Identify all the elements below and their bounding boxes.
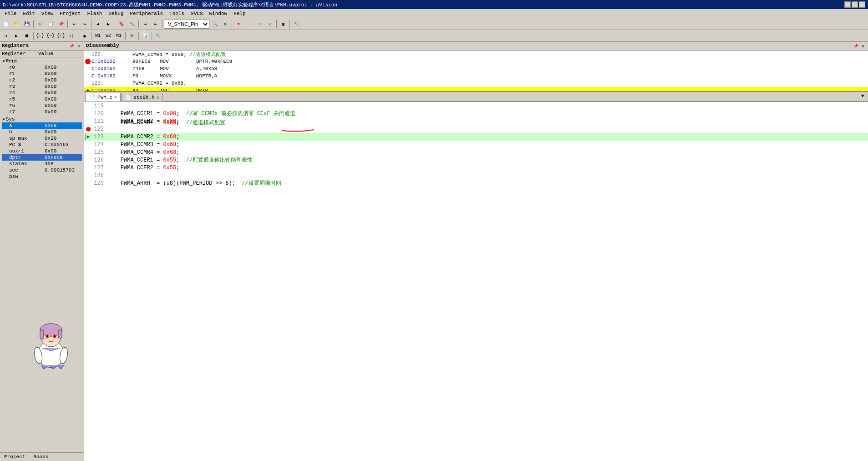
reg-row-a[interactable]: a 0x68 [2, 122, 82, 129]
watch1-button[interactable]: W1 [93, 31, 103, 41]
undo-button[interactable]: ↩ [69, 19, 79, 29]
menu-project[interactable]: Project [57, 10, 83, 17]
target-dropdown[interactable]: V_SYNC_Pin [164, 20, 209, 29]
maximize-button[interactable]: □ [852, 1, 858, 8]
menu-edit[interactable]: Edit [20, 10, 37, 17]
reg-row-psw[interactable]: psw [2, 173, 82, 180]
reg-row-b[interactable]: b 0x00 [2, 129, 82, 135]
step-over-button[interactable]: {→} [46, 31, 56, 41]
project-tab[interactable]: Project [0, 453, 29, 461]
run-to-cursor-button[interactable]: ▷| [66, 31, 76, 41]
build-button[interactable]: 🔨 [127, 19, 137, 29]
bookmark-button[interactable]: 🔖 [117, 19, 127, 29]
code-line-127[interactable]: 127 PWMA_CCER2 = 0x55; [84, 164, 868, 172]
menu-svcs[interactable]: SVCS [188, 10, 205, 17]
step-into-button[interactable]: {↓} [35, 31, 45, 41]
paste-button[interactable]: 📌 [56, 19, 66, 29]
disasm-close-button[interactable]: ✕ [860, 43, 866, 49]
copy-button[interactable]: 📋 [46, 19, 56, 29]
menu-window[interactable]: Window [207, 10, 230, 17]
reg-row-sp_max[interactable]: sp_max 0x20 [2, 135, 82, 142]
code-line-122[interactable]: 122 PWMA_CCMR1 = 0x68; //通道模式配置 [84, 125, 868, 133]
reg-row-auxr1[interactable]: auxr1 0x00 [2, 148, 82, 154]
code-line-129[interactable]: 129 PWMA_ARRH = (u8)(PWM_PERIOD >> 8); /… [84, 179, 868, 187]
reg-row-r0[interactable]: r0 0x00 [2, 64, 82, 71]
debug-run-button[interactable]: ● [233, 19, 244, 29]
reg-row-r5[interactable]: r5 0x00 [2, 96, 82, 102]
tab-stc8h[interactable]: 📄 stc8h.h ✕ [121, 93, 163, 101]
menu-tools[interactable]: Tools [167, 10, 187, 17]
menu-peripherals[interactable]: Peripherals [127, 10, 166, 17]
menu-flash[interactable]: Flash [84, 10, 105, 17]
code-line-128[interactable]: 128 [84, 172, 868, 179]
target-options-button[interactable]: ⚙ [220, 19, 230, 29]
sys-group-label[interactable]: ▼ Sys [2, 116, 82, 122]
new-file-button[interactable]: 📄 [1, 19, 11, 29]
watch2-button[interactable]: W2 [103, 31, 113, 41]
step-out-button[interactable]: {↑} [56, 31, 66, 41]
indent-button[interactable]: ⇥ [140, 19, 150, 29]
menu-file[interactable]: File [2, 10, 19, 17]
breakpoint-button[interactable]: ◉ [80, 31, 90, 41]
nav-back-button[interactable]: ◀ [93, 19, 103, 29]
close-pwmc-tab[interactable]: ✕ [114, 95, 117, 100]
nav-fwd-button[interactable]: ▶ [103, 19, 113, 29]
code-line-126[interactable]: 126 PWMA_CCER1 = 0x55; //配置通道输出使能和极性 [84, 156, 868, 164]
reg-row-states[interactable]: states 458 [2, 161, 82, 167]
outdent-button[interactable]: ⇤ [151, 19, 161, 29]
tab-pwmc[interactable]: 📄 PWM.c ✕ [85, 93, 121, 101]
reg-row-r4[interactable]: r4 0x00 [2, 90, 82, 96]
registers-close-button[interactable]: ✕ [76, 43, 82, 49]
reset-button[interactable]: ↺ [1, 31, 11, 41]
run-button[interactable]: ▶ [11, 31, 21, 41]
code-line-120[interactable]: 120 PWMA_CCER1 = 0x00; //写 CCMRx 前必须先清零 … [84, 110, 868, 117]
debug-options-button[interactable]: ⚐ [265, 19, 275, 29]
reg-row-r7[interactable]: r7 0x00 [2, 109, 82, 115]
debug-circle1-button[interactable]: ○ [244, 19, 254, 29]
disasm-row-0160[interactable]: C:0x0160 7468 MOV A,#0x68 [84, 65, 868, 72]
code-line-119[interactable]: 119 [84, 102, 868, 110]
disassembly-content[interactable]: 122: PWMA_CCMR1 = 0x68; //通道模式配置 C:0x015… [84, 51, 868, 91]
debug-circle2-button[interactable]: ○ [254, 19, 264, 29]
regs-group-label[interactable]: ▼ Regs [2, 58, 82, 64]
menu-debug[interactable]: Debug [106, 10, 126, 17]
open-file-button[interactable]: 📂 [11, 19, 21, 29]
reg-row-r2[interactable]: r2 0x00 [2, 77, 82, 83]
minimize-button[interactable]: — [844, 1, 851, 8]
mem1-button[interactable]: M1 [114, 31, 124, 41]
code-area[interactable]: 119 120 PWMA_CCER1 = 0x00; //写 CCMRx 前必须… [84, 102, 868, 461]
menu-help[interactable]: Help [231, 10, 248, 17]
disasm-row-0162[interactable]: C:0x0162 F0 MOVX @DPTR,A [84, 72, 868, 80]
registers-pin-button[interactable]: 📌 [68, 43, 75, 49]
disasm-row-0163-current[interactable]: ▶ C:0x0163 A3 INC DPTR [84, 87, 868, 91]
regs-group[interactable]: ▼ Regs r0 0x00 r1 0x00 r2 0x00 r3 0x00 [0, 57, 84, 116]
tools-button[interactable]: 🔧 [291, 19, 301, 29]
logic-button[interactable]: ⊞ [127, 31, 137, 41]
disasm-pin-button[interactable]: 📌 [853, 43, 859, 49]
tabs-scroll-right[interactable]: ▼ [861, 93, 867, 101]
menu-view[interactable]: View [39, 10, 56, 17]
code-line-124[interactable]: 124 PWMA_CCMR3 = 0x68; [84, 141, 868, 148]
redo-button[interactable]: ↪ [80, 19, 90, 29]
reg-row-dptr[interactable]: dptr 0xFec8 [2, 154, 82, 161]
reg-row-sec[interactable]: sec 0.00015703 [2, 167, 82, 173]
close-button[interactable]: ✕ [859, 1, 865, 8]
perf-button[interactable]: 📊 [140, 31, 150, 41]
search-button[interactable]: 🔍 [210, 19, 220, 29]
reg-row-r6[interactable]: r6 0x00 [2, 102, 82, 109]
disasm-row-123[interactable]: 123: PWMA_CCMR2 = 0x68; [84, 80, 868, 87]
reg-row-pc[interactable]: PC $ C:0x0163 [2, 142, 82, 148]
stop-button[interactable]: ⏹ [22, 31, 32, 41]
grid-button[interactable]: ▦ [278, 19, 288, 29]
save-button[interactable]: 💾 [22, 19, 32, 29]
code-line-125[interactable]: 125 PWMA_CCMR4 = 0x68; [84, 148, 868, 156]
disasm-row[interactable]: 122: PWMA_CCMR1 = 0x68; //通道模式配置 [84, 51, 868, 58]
books-tab[interactable]: Books [29, 453, 52, 461]
window-controls[interactable]: — □ ✕ [844, 1, 865, 8]
cut-button[interactable]: ✂ [35, 19, 45, 29]
reg-row-r3[interactable]: r3 0x00 [2, 83, 82, 90]
code-line-123[interactable]: ▶ 123 PWMA_CCMR2 = 0x68; [84, 133, 868, 141]
reg-row-r1[interactable]: r1 0x00 [2, 71, 82, 77]
disasm-row-015d[interactable]: C:0x015D 90FEC8 MOV DPTR,#0xFEC8 [84, 58, 868, 65]
bp-122[interactable] [85, 127, 91, 132]
